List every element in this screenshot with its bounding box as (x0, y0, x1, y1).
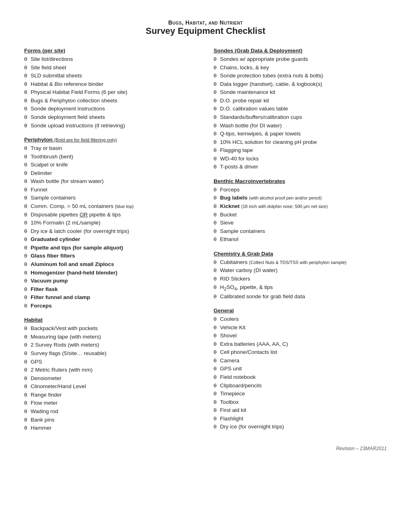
list-item: Vacuum pump (24, 277, 197, 285)
list-item: Ethanol (214, 235, 387, 243)
list-item: First aid kit (214, 406, 387, 414)
list-item: H2SO4, pipette, & tips (214, 283, 387, 292)
section-title-habitat: Habitat (24, 317, 197, 323)
right-column: Sondes (Grab Data & Deployment) Sondes w… (214, 48, 387, 434)
list-item: Camera (214, 357, 387, 365)
list-item: Coolers (214, 315, 387, 323)
periphyton-subtitle: (Bold are for field filtering only) (54, 137, 117, 142)
list-item: Vehicle Kit (214, 324, 387, 332)
list-item: Water carboy (DI water) (214, 266, 387, 274)
list-item: Cubitainers (Collect Nuts & TDS/TSS with… (214, 258, 387, 266)
list-item: Forceps (214, 186, 387, 194)
list-item: Dry ice & latch cooler (for overnight tr… (24, 227, 197, 235)
list-item: Q-tips, kemwipes, & paper towels (214, 130, 387, 138)
list-item: Calibrated sonde for grab field data (214, 293, 387, 301)
list-item: GPS (24, 358, 197, 366)
list-item: Delimiter (24, 169, 197, 177)
list-item: Dry ice (for overnight trips) (214, 423, 387, 431)
list-item: Flashlight (214, 415, 387, 423)
list-item: Sonde maintenance kit (214, 88, 387, 96)
list-item: Pipette and tips (for sample aliquot) (24, 244, 197, 252)
list-item: Sonde upload instructions (if retrieving… (24, 122, 197, 130)
list-item: Forceps (24, 302, 197, 310)
list-item: Homogenizer (hand-held blender) (24, 269, 197, 277)
list-item: Sondes w/ appropriate probe guards (214, 55, 387, 63)
list-item: Densiometer (24, 374, 197, 382)
list-item: Chains, locks, & key (214, 64, 387, 72)
page-title: Survey Equipment Checklist (24, 26, 387, 36)
list-item: Sonde deployment field sheets (24, 113, 197, 121)
list-item: Graduated cylinder (24, 235, 197, 243)
list-item: Sonde deployment instructions (24, 105, 197, 113)
list-item: Sonde protection tubes (extra nuts & bol… (214, 72, 387, 80)
list-item: Flagging tape (214, 146, 387, 154)
list-item: 2 Metric Rulers (with mm) (24, 366, 197, 374)
section-title-sondes: Sondes (Grab Data & Deployment) (214, 48, 387, 54)
section-title-forms: Forms (per site) (24, 48, 197, 54)
list-item: Clinometer/Hand Level (24, 382, 197, 391)
list-item: T-posts & driver (214, 163, 387, 171)
list-item: WD-40 for locks (214, 155, 387, 163)
list-item: Extra batteries (AAA, AA, C) (214, 340, 387, 348)
list-item: Backpack/Vest with pockets (24, 324, 197, 332)
list-item: Funnel (24, 186, 197, 194)
list-item: Disposable pipettes OR pipette & tips (24, 211, 197, 219)
list-item: Wash bottle (for DI water) (214, 122, 387, 130)
main-content: Forms (per site) Site list/directions Si… (24, 48, 387, 434)
left-column: Forms (per site) Site list/directions Si… (24, 48, 197, 434)
list-item: Timepiece (214, 390, 387, 398)
list-item: Toothbrush (bent) (24, 153, 197, 161)
periphyton-list: Tray or basin Toothbrush (bent) Scalpel … (24, 144, 197, 310)
list-item: Shovel (214, 332, 387, 340)
list-item: Aluminum foil and small Ziplocs (24, 260, 197, 268)
list-item: Flow meter (24, 399, 197, 407)
list-item: RID Stickers (214, 275, 387, 283)
benthic-list: Forceps Bug labels (with alcohol proof p… (214, 186, 387, 243)
list-item: Range finder (24, 391, 197, 399)
sondes-list: Sondes w/ appropriate probe guards Chain… (214, 55, 387, 171)
list-item: D.O. calibration values table (214, 105, 387, 113)
list-item: Standards/buffers/calibration cups (214, 113, 387, 121)
list-item: Bugs & Periphyton collection sheets (24, 97, 197, 105)
list-item: Bug labels (with alcohol proof pen and/o… (214, 194, 387, 202)
forms-list: Site list/directions Site field sheet SL… (24, 55, 197, 129)
list-item: GPS unit (214, 365, 387, 373)
list-item: Site field sheet (24, 64, 197, 72)
list-item: Clipboard/pencils (214, 382, 387, 390)
list-item: Habitat & Bio reference binder (24, 80, 197, 88)
section-title-general: General (214, 308, 387, 314)
section-title-chemistry: Chemistry & Grab Data (214, 251, 387, 257)
page-subtitle: Bugs, Habitat, and Nutrient (24, 19, 387, 26)
list-item: D.O. probe repair kit (214, 97, 387, 105)
list-item: Data logger (handset), cable, & logbook(… (214, 80, 387, 88)
list-item: Tray or basin (24, 144, 197, 152)
list-item: Physical Habitat Field Forms (6 per site… (24, 88, 197, 96)
chemistry-list: Cubitainers (Collect Nuts & TDS/TSS with… (214, 258, 387, 300)
section-title-benthic: Benthic Macroinvertebrates (214, 178, 387, 184)
list-item: Sample containers (24, 194, 197, 202)
list-item: 10% HCL solution for cleaning pH probe (214, 138, 387, 146)
list-item: Glass fiber filters (24, 252, 197, 260)
list-item: Comm. Comp. = 50 mL containers (blue top… (24, 202, 197, 210)
page-header: Bugs, Habitat, and Nutrient Survey Equip… (24, 19, 387, 36)
section-title-periphyton: Periphyton (Bold are for field filtering… (24, 137, 197, 143)
general-list: Coolers Vehicle Kit Shovel Extra batteri… (214, 315, 387, 431)
list-item: 10% Formalin (2 mL/sample) (24, 219, 197, 227)
list-item: Wading rod (24, 407, 197, 416)
list-item: Field notebook (214, 373, 387, 381)
list-item: Scalpel or knife (24, 161, 197, 169)
list-item: Filter flask (24, 285, 197, 293)
list-item: 2 Survey Rods (with meters) (24, 341, 197, 349)
list-item: Survey flags (5/site… reusable) (24, 349, 197, 357)
list-item: Wash bottle (for stream water) (24, 177, 197, 185)
list-item: Measuring tape (with meters) (24, 333, 197, 341)
revision-text: Revision – 23MAR2011 (24, 446, 387, 451)
list-item: Toolbox (214, 398, 387, 406)
list-item: Bucket (214, 211, 387, 219)
habitat-list: Backpack/Vest with pockets Measuring tap… (24, 324, 197, 432)
list-item: Sample containers (214, 227, 387, 235)
list-item: Bank pins (24, 416, 197, 424)
list-item: Hammer (24, 424, 197, 432)
list-item: Cell phone/Contacts list (214, 348, 387, 356)
list-item: Filter funnel and clamp (24, 293, 197, 301)
